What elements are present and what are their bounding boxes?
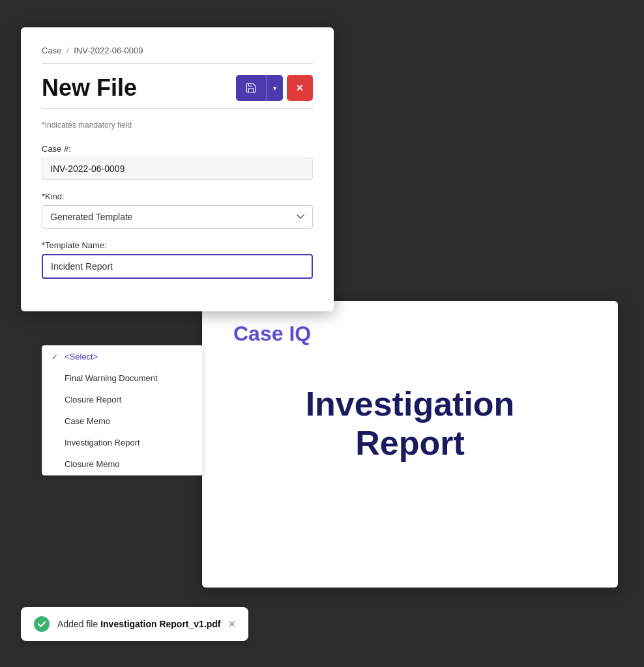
dropdown-item-label: <Select> — [65, 352, 98, 362]
mandatory-note: *Indicates mandatory field — [42, 121, 313, 130]
toast-notification: Added file Investigation Report_v1.pdf × — [21, 607, 248, 641]
dropdown-item-label: Final Warning Document — [65, 373, 158, 383]
new-file-form: Case / INV-2022-06-0009 New File ▾ — [21, 27, 334, 311]
dropdown-item-label: Closure Memo — [65, 459, 120, 469]
dropdown-item-select[interactable]: ✓ <Select> — [42, 346, 203, 367]
dropdown-item-label: Closure Report — [65, 395, 121, 404]
report-title-line2: Report — [355, 424, 465, 462]
dropdown-item-label: Case Memo — [65, 416, 110, 426]
dropdown-item-final-warning[interactable]: Final Warning Document — [42, 367, 203, 389]
chevron-down-icon: ▾ — [273, 85, 276, 92]
toast-filename: Investigation Report_v1.pdf — [100, 619, 220, 629]
form-header: New File ▾ × — [42, 74, 313, 102]
toast-close-button[interactable]: × — [229, 618, 236, 630]
save-button-main[interactable] — [236, 75, 267, 101]
save-dropdown-arrow[interactable]: ▾ — [267, 75, 283, 101]
kind-field: *Kind: Generated Template — [42, 192, 313, 229]
header-buttons: ▾ × — [236, 75, 313, 101]
report-title-line1: Investigation — [306, 385, 515, 423]
template-name-label: *Template Name: — [42, 240, 313, 250]
save-icon — [245, 82, 257, 94]
dropdown-item-investigation-report[interactable]: Investigation Report — [42, 432, 203, 453]
breadcrumb-case: Case — [42, 46, 61, 55]
case-number-field: Case #: INV-2022-06-0009 — [42, 144, 313, 180]
template-name-input[interactable] — [42, 254, 313, 279]
template-dropdown-list: ✓ <Select> Final Warning Document Closur… — [42, 345, 203, 475]
dropdown-item-label: Investigation Report — [65, 438, 140, 447]
form-divider-bottom — [42, 108, 313, 109]
dropdown-item-closure-report[interactable]: Closure Report — [42, 389, 203, 410]
dropdown-item-closure-memo[interactable]: Closure Memo — [42, 453, 203, 475]
breadcrumb: Case / INV-2022-06-0009 — [42, 46, 313, 55]
kind-select[interactable]: Generated Template — [42, 205, 313, 229]
checkmark-circle-icon — [37, 619, 46, 629]
page-title: New File — [42, 74, 137, 102]
kind-label: *Kind: — [42, 192, 313, 201]
preview-brand: Case IQ — [233, 322, 311, 346]
preview-panel: Case IQ Investigation Report — [202, 301, 618, 588]
dropdown-item-case-memo[interactable]: Case Memo — [42, 410, 203, 432]
toast-message: Added file Investigation Report_v1.pdf — [57, 619, 221, 629]
checkmark-icon: ✓ — [51, 352, 61, 362]
case-number-label: Case #: — [42, 144, 313, 154]
breadcrumb-separator: / — [66, 46, 69, 55]
preview-report-title: Investigation Report — [233, 385, 587, 463]
cancel-button[interactable]: × — [287, 75, 313, 101]
toast-prefix: Added file — [57, 619, 98, 629]
template-name-field: *Template Name: — [42, 240, 313, 279]
case-number-value: INV-2022-06-0009 — [42, 158, 313, 180]
save-button[interactable]: ▾ — [236, 75, 283, 101]
breadcrumb-case-id: INV-2022-06-0009 — [74, 46, 143, 55]
toast-success-icon — [34, 616, 50, 632]
form-divider-top — [42, 63, 313, 64]
